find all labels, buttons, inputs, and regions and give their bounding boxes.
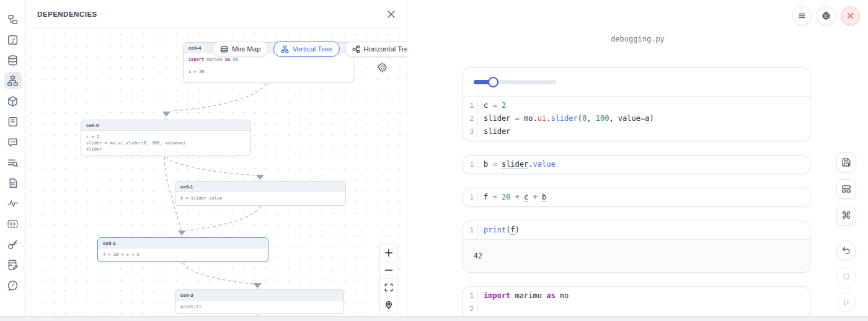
- graph-zoom-controls: [379, 244, 397, 314]
- settings-button[interactable]: [817, 6, 836, 25]
- graph-node-title: cell-0: [81, 120, 250, 131]
- line-number: 3: [463, 125, 478, 138]
- code-line: 3slider: [463, 125, 810, 138]
- code-text: print(f): [484, 224, 520, 237]
- cell-output-slider: [463, 68, 810, 97]
- help-icon: ?: [7, 279, 19, 291]
- panel-title: DEPENDENCIES: [37, 11, 97, 18]
- graph-node-code: f = 20 + c + b: [98, 248, 268, 261]
- zoom-in-button[interactable]: [380, 244, 397, 262]
- outline-search-icon: [7, 157, 19, 169]
- dependencies-panel-header: DEPENDENCIES: [26, 0, 407, 29]
- view-button-minimap[interactable]: Mini Map: [213, 41, 268, 57]
- slider-track[interactable]: [474, 80, 556, 84]
- line-number: 1: [463, 224, 478, 237]
- code-line: 2slider = mo.ui.slider(0, 100, value=a): [463, 112, 810, 125]
- rows-icon: [220, 45, 228, 53]
- sidebar-item-chat[interactable]: [4, 133, 22, 151]
- line-number: 2: [463, 112, 478, 125]
- view-button-vertical-tree[interactable]: Vertical Tree: [273, 41, 340, 57]
- code-text: slider: [484, 125, 510, 138]
- edge-cell2-cell3: [183, 262, 254, 284]
- menu-icon: [797, 11, 807, 20]
- save-button[interactable]: [836, 152, 856, 172]
- run-button[interactable]: [836, 292, 856, 312]
- notebook-cell: 1c = 22slider = mo.ui.slider(0, 100, val…: [463, 67, 810, 141]
- interrupt-button[interactable]: [836, 266, 856, 286]
- cell-output: 42: [463, 239, 810, 272]
- play-icon: [841, 297, 851, 307]
- graph-node-title: cell-3: [175, 290, 343, 301]
- code-line: 1import marimo as mo: [463, 289, 810, 302]
- command-icon: ⌘: [841, 211, 851, 221]
- notebook-cells: 1c = 22slider = mo.ui.slider(0, 100, val…: [463, 67, 810, 321]
- slider-handle[interactable]: [488, 77, 498, 87]
- horizontal-tree-icon: [352, 45, 360, 53]
- graph-node-cell-3[interactable]: cell-3print(f): [175, 289, 344, 314]
- vertical-tree-icon: [281, 45, 289, 53]
- sidebar-item-tracing[interactable]: [4, 195, 22, 212]
- svg-text:?: ?: [11, 282, 14, 288]
- graph-node-code: print(f): [175, 301, 343, 313]
- sidebar-item-documentation[interactable]: [4, 174, 22, 191]
- sidebar-item-dependencies[interactable]: [4, 72, 22, 89]
- dependency-graph-canvas[interactable]: cell-4import marimo as mo a = 20cell-0c …: [26, 29, 407, 316]
- graph-settings-button[interactable]: [377, 62, 388, 75]
- code-line: 2: [463, 302, 810, 315]
- shutdown-button[interactable]: [841, 6, 860, 25]
- view-button-label: Vertical Tree: [293, 45, 332, 53]
- gear-icon: [822, 11, 831, 20]
- code-text: import marimo as mo: [484, 289, 569, 302]
- sidebar-item-secrets[interactable]: [4, 235, 22, 253]
- graph-view-toolbar: Mini MapVertical TreeHorizontal Tree: [213, 41, 407, 57]
- secrets-icon: [7, 239, 19, 250]
- minus-icon: [384, 266, 393, 275]
- keyboard-shortcuts-button[interactable]: ⌘: [836, 206, 856, 226]
- graph-node-cell-2[interactable]: cell-2f = 20 + c + b: [97, 237, 268, 262]
- locate-button[interactable]: [380, 296, 397, 314]
- fit-view-button[interactable]: [380, 279, 397, 296]
- line-number: 2: [463, 302, 478, 315]
- snippets-icon: [7, 218, 19, 230]
- sidebar-item-file-tree[interactable]: [4, 11, 22, 28]
- graph-node-cell-0[interactable]: cell-0c = 2slider = mo.ui.slider(0, 100,…: [81, 120, 251, 156]
- cell-editor[interactable]: 1print(f): [463, 221, 810, 239]
- zoom-out-button[interactable]: [380, 262, 397, 279]
- undo-button[interactable]: [836, 240, 856, 260]
- expand-icon: [384, 283, 393, 292]
- tracing-icon: [7, 198, 19, 209]
- sidebar-item-scratchpad[interactable]: [4, 256, 22, 273]
- slider-widget[interactable]: [474, 77, 556, 87]
- close-icon: [387, 10, 396, 19]
- sidebar-item-packages[interactable]: [4, 92, 22, 110]
- cell-editor[interactable]: 1c = 22slider = mo.ui.slider(0, 100, val…: [463, 97, 810, 141]
- sidebar-item-logs[interactable]: [4, 113, 22, 130]
- sidebar-item-datasources[interactable]: [4, 51, 22, 69]
- view-button-horizontal-tree[interactable]: Horizontal Tree: [345, 41, 407, 57]
- bottom-status-strip: [0, 316, 868, 321]
- sidebar-item-outline-search[interactable]: [4, 154, 22, 171]
- line-number: 1: [463, 289, 478, 302]
- functions-icon: f: [7, 34, 19, 46]
- layout-button[interactable]: [836, 179, 856, 199]
- cell-editor[interactable]: 1f = 20 + c + b: [463, 188, 810, 206]
- menu-button[interactable]: [792, 6, 812, 25]
- edge-cell4-cell0: [171, 84, 267, 111]
- helper-sidebar: f?: [0, 0, 26, 321]
- notebook-top-controls: [792, 6, 860, 25]
- panel-close-button[interactable]: [387, 10, 396, 19]
- gear-icon: [377, 62, 388, 73]
- undo-icon: [841, 245, 851, 255]
- graph-node-code: c = 2slider = mo.ui.slider(0, 100, value…: [81, 131, 250, 156]
- sidebar-item-snippets[interactable]: [4, 215, 22, 232]
- cell-editor[interactable]: 1import marimo as mo2: [463, 287, 810, 318]
- cell-editor[interactable]: 1b = slider.value: [463, 156, 810, 174]
- svg-text:f: f: [12, 36, 16, 43]
- chat-icon: [7, 136, 19, 148]
- sidebar-item-help[interactable]: ?: [4, 276, 22, 294]
- graph-node-title: cell-2: [98, 238, 268, 248]
- sidebar-item-functions[interactable]: f: [4, 31, 22, 48]
- dependencies-panel: DEPENDENCIES: [26, 0, 407, 321]
- graph-node-cell-1[interactable]: cell-1b = slider.value: [175, 181, 346, 206]
- floppy-icon: [841, 157, 851, 167]
